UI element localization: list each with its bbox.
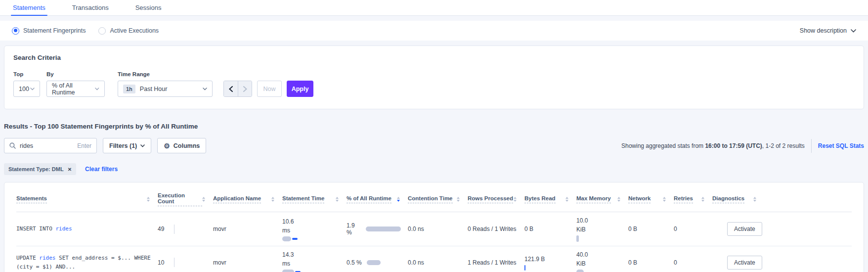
by-select[interactable]: % of All Runtime — [46, 81, 105, 97]
sort-icon[interactable] — [565, 197, 568, 202]
stats-summary: Showing aggregated stats from 16:00 to 1… — [621, 142, 805, 149]
col-header-network: Network — [628, 187, 674, 209]
statement-time-cell: 10.6 ms — [282, 213, 347, 245]
radio-unselected-icon — [98, 27, 106, 35]
next-time-range-button[interactable] — [238, 81, 252, 96]
memory-bar — [576, 235, 579, 242]
diagnostics-cell: Activate — [712, 252, 852, 272]
sort-icon[interactable] — [271, 197, 274, 202]
now-button[interactable]: Now — [257, 81, 282, 97]
time-range-pager — [223, 81, 252, 97]
top-select[interactable]: 100 — [13, 81, 40, 97]
sort-icon[interactable] — [701, 197, 704, 202]
sort-icon[interactable] — [663, 197, 666, 202]
tab-statements[interactable]: Statements — [12, 0, 46, 15]
prev-time-range-button[interactable] — [224, 81, 238, 96]
search-icon — [9, 142, 16, 149]
chevron-down-icon — [140, 144, 145, 147]
filters-label: Filters (1) — [109, 142, 137, 149]
radio-active-executions[interactable]: Active Executions — [98, 27, 159, 35]
statement-fingerprint-link[interactable]: UPDATE rides SET end_address = $... WHER… — [16, 250, 158, 272]
count-sparkline — [174, 225, 174, 234]
show-description-toggle[interactable]: Show description — [800, 27, 856, 34]
columns-button[interactable]: ⚙ Columns — [157, 138, 206, 153]
radio-statement-fingerprints[interactable]: Statement Fingerprints — [12, 27, 86, 35]
reset-sql-stats-link[interactable]: Reset SQL Stats — [818, 142, 864, 149]
statement-fingerprint-link[interactable]: INSERT INTO rides — [16, 221, 158, 237]
activate-diagnostics-button[interactable]: Activate — [727, 222, 762, 236]
sort-icon[interactable] — [147, 197, 150, 202]
retries-cell: 0 — [674, 222, 712, 236]
network-cell: 0 B — [628, 255, 674, 270]
rows-processed-cell: 1 Reads / 1 Writes — [468, 255, 524, 270]
table-row: UPDATE rides SET end_address = $... WHER… — [16, 246, 852, 272]
filters-button[interactable]: Filters (1) — [103, 138, 151, 153]
search-enter-hint: Enter — [77, 142, 91, 149]
by-field: By % of All Runtime — [46, 71, 105, 97]
top-field: Top 100 — [13, 71, 40, 97]
col-header-max-memory: Max Memory — [576, 187, 628, 209]
statement-search-input[interactable]: rides Enter — [4, 138, 97, 153]
sort-icon[interactable] — [202, 197, 205, 202]
time-range-field: Time Range 1h Past Hour — [118, 71, 213, 97]
rows-processed-cell: 0 Reads / 1 Writes — [468, 222, 524, 236]
bytes-read-cell: 0 B — [524, 222, 576, 236]
pct-runtime-cell: 1.9 % — [347, 218, 408, 240]
top-label: Top — [13, 71, 40, 77]
application-name-cell: movr — [213, 255, 282, 270]
sort-icon[interactable] — [336, 197, 339, 202]
statement-time-cell: 14.3 ms — [282, 246, 347, 272]
search-criteria-card: Search Criteria Top 100 By % of All Runt… — [4, 45, 864, 109]
tab-sessions[interactable]: Sessions — [134, 0, 163, 15]
clear-filters-link[interactable]: Clear filters — [85, 166, 118, 173]
remove-filter-icon[interactable]: ✕ — [68, 167, 72, 172]
network-cell: 0 B — [628, 222, 674, 236]
runtime-bar — [366, 227, 401, 231]
results-controls-row: rides Enter Filters (1) ⚙ Columns Showin… — [4, 138, 864, 153]
col-header-retries: Retries — [674, 187, 712, 209]
col-header-rows-processed: Rows Processed — [468, 187, 524, 209]
divider — [811, 139, 812, 153]
col-header-statement-time: Statement Time — [282, 187, 347, 209]
search-value: rides — [20, 142, 33, 149]
apply-button[interactable]: Apply — [287, 81, 313, 97]
activate-diagnostics-button[interactable]: Activate — [727, 256, 762, 270]
search-criteria-title: Search Criteria — [13, 54, 855, 61]
top-select-value: 100 — [19, 86, 29, 92]
radio-selected-icon — [12, 27, 19, 35]
latency-bar — [282, 236, 340, 241]
table-name: rides — [55, 226, 72, 232]
tab-transactions[interactable]: Transactions — [71, 0, 110, 15]
sort-icon[interactable] — [457, 197, 460, 202]
col-header-application-name: Application Name — [213, 187, 282, 209]
sort-icon[interactable] — [753, 197, 756, 202]
time-range-label: Time Range — [118, 71, 213, 77]
time-range-select[interactable]: 1h Past Hour — [118, 81, 213, 97]
chevron-down-icon — [95, 88, 99, 91]
sort-icon-active-desc[interactable] — [397, 197, 400, 202]
active-filters-row: Statement Type: DML ✕ Clear filters — [4, 163, 864, 175]
view-mode-radio-group: Statement Fingerprints Active Executions — [12, 27, 159, 35]
bytes-read-cell: 121.9 B — [524, 251, 576, 272]
sort-icon[interactable] — [514, 197, 517, 202]
chevron-down-icon — [203, 88, 207, 91]
sort-icon[interactable] — [617, 197, 620, 202]
results-heading: Results - Top 100 Statement Fingerprints… — [4, 123, 864, 130]
table-name: rides — [39, 255, 55, 261]
chevron-down-icon — [30, 88, 35, 91]
time-range-badge: 1h — [123, 85, 135, 93]
retries-cell: 0 — [674, 255, 712, 270]
chevron-left-icon — [229, 86, 233, 92]
radio-label: Statement Fingerprints — [23, 27, 86, 34]
columns-label: Columns — [174, 142, 200, 149]
execution-count-cell: 49 — [158, 221, 213, 238]
runtime-bar — [367, 260, 381, 265]
search-criteria-form: Top 100 By % of All Runtime Time Range 1… — [13, 71, 855, 97]
show-description-label: Show description — [800, 27, 847, 34]
by-label: By — [46, 71, 105, 77]
count-sparkline — [174, 258, 174, 267]
col-header-contention-time: Contention Time — [408, 187, 468, 209]
stats-suffix: , 1-2 of 2 results — [762, 142, 805, 149]
max-memory-cell: 40.0 KiB — [576, 246, 628, 272]
memory-bar — [576, 270, 584, 272]
